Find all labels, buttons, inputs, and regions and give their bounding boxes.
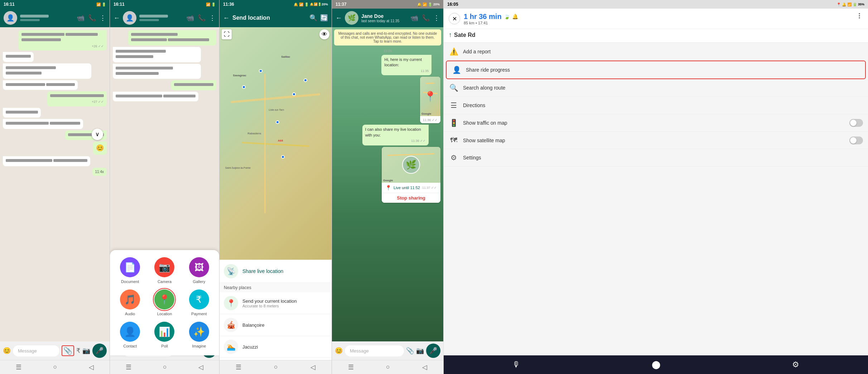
time-4: 11:37 <box>336 2 347 7</box>
attach-poll[interactable]: 📊 Poll <box>150 322 179 348</box>
map-message[interactable]: 📍 Google 11:36 ✓✓ <box>420 77 440 123</box>
header-icons-1[interactable]: 📹 📞 ⋮ <box>77 14 106 22</box>
google-assistant-icon[interactable]: 🎙 <box>512 360 520 369</box>
nav-menu-icon-4[interactable]: ☰ <box>348 363 354 371</box>
nav-back-icon-4[interactable]: ◁ <box>422 363 427 371</box>
msg-meta-2: +27 ✓✓ <box>50 100 104 104</box>
map-road-label: A68 <box>278 139 283 142</box>
svg-point-0 <box>859 13 860 14</box>
traffic-toggle[interactable] <box>849 119 863 127</box>
status-bar-2: 16:11 📶🔋 <box>110 0 219 9</box>
emoji-icon-4[interactable]: 😊 <box>335 347 343 355</box>
attach-imagine[interactable]: ✨ Imagine <box>185 322 213 348</box>
panel-whatsapp-attachment: 16:11 📶🔋 ← 👤 📹 📞 ⋮ <box>110 0 219 374</box>
msg-text-2: I can also share my live location with y… <box>365 127 421 137</box>
nav-back-icon[interactable]: ◁ <box>89 363 94 371</box>
search-icon-3[interactable]: 🔍 <box>309 14 317 22</box>
status-icons-1: 📶🔋 <box>96 3 106 6</box>
video-icon[interactable]: 📹 <box>77 14 85 22</box>
share-live-location-btn[interactable]: 📡 Share live location <box>220 260 332 283</box>
header-icons-2[interactable]: 📹 📞 ⋮ <box>186 14 216 22</box>
scroll-down-btn[interactable]: ∨ <box>92 129 103 140</box>
fullscreen-icon[interactable]: ⛶ <box>222 29 232 39</box>
panel-google-maps: 16:05 📍🔔📶🔋35% ✕ 1 hr 36 min 🍃 🔔 85 km • … <box>443 0 868 374</box>
nav-item-search-route[interactable]: 🔍 Search along route <box>444 79 868 97</box>
mic-btn-1[interactable]: 🎤 <box>92 344 107 358</box>
message-input-4[interactable]: Message <box>345 345 404 356</box>
attach-gallery[interactable]: 🖼 Gallery <box>185 257 213 284</box>
header-icons-4[interactable]: 📹 📞 ⋮ <box>410 14 440 22</box>
nav-menu-icon[interactable]: ☰ <box>16 363 21 371</box>
refresh-icon[interactable]: 🔄 <box>320 14 328 22</box>
back-icon-4[interactable]: ← <box>336 14 342 22</box>
nav-menu-icon-2[interactable]: ☰ <box>126 363 131 371</box>
nav-gear-icon[interactable]: ⚙ <box>792 360 799 369</box>
nav-item-share-ride[interactable]: 👤 Share ride progress <box>446 61 866 79</box>
attach-btn-1[interactable]: 📎 <box>62 345 74 356</box>
live-location-message[interactable]: 🌿 Google 📍 Live until 11:52 11:37 ✓✓ Sto… <box>382 147 440 203</box>
nav-item-directions[interactable]: ☰ Directions <box>444 97 868 114</box>
place-item-2[interactable]: 🏊 Jacuzzi <box>220 336 332 358</box>
nav-item-satellite[interactable]: 🗺 Show satellite map <box>444 132 868 149</box>
place-info-2: Jacuzzi <box>242 344 258 350</box>
msg-meta-4-1: 11:35 <box>384 69 429 73</box>
nav-close-btn[interactable]: ✕ <box>449 13 460 24</box>
back-icon-3[interactable]: ← <box>223 14 230 22</box>
camera-icon-1[interactable]: 📷 <box>82 347 90 355</box>
nav-back-icon-3[interactable]: ◁ <box>310 363 315 371</box>
nav-item-traffic[interactable]: 🚦 Show traffic on map <box>444 114 868 132</box>
nav-back-icon-2[interactable]: ◁ <box>198 363 203 371</box>
emoji-icon-1[interactable]: 😊 <box>3 347 11 355</box>
msg-in-5 <box>3 119 83 129</box>
map-view[interactable]: Savagnac Saillac Rabastens Lisle-sur-Tar… <box>220 27 332 260</box>
camera-icon-4[interactable]: 📷 <box>416 347 424 355</box>
nav-settings-icon[interactable] <box>856 12 863 21</box>
nav-home-icon-3[interactable]: ○ <box>274 363 278 371</box>
nav-menu-icon-3[interactable]: ☰ <box>236 363 241 371</box>
current-location-item[interactable]: 📍 Send your current location Accurate to… <box>220 292 332 314</box>
message-input-1[interactable]: Message <box>13 345 59 356</box>
nav-item-report[interactable]: ⚠️ Add a report <box>444 43 868 61</box>
msg-out-4-2: I can also share my live location with y… <box>362 125 429 145</box>
attach-document[interactable]: 📄 Document <box>116 257 144 284</box>
attach-camera[interactable]: 📷 Camera <box>150 257 179 284</box>
gallery-icon: 🖼 <box>189 257 209 277</box>
nav-home-icon[interactable]: ○ <box>53 363 57 371</box>
nav-home-icon-2[interactable]: ○ <box>163 363 167 371</box>
phone-icon-2[interactable]: 📞 <box>198 14 206 22</box>
map-label-2: Saillac <box>281 55 290 58</box>
map-dot-2 <box>259 69 262 73</box>
nav-home-icon-4[interactable]: ○ <box>386 363 390 371</box>
place-name-2: Jacuzzi <box>242 344 258 350</box>
share-live-label: Share live location <box>242 268 283 274</box>
video-icon-4[interactable]: 📹 <box>410 14 418 22</box>
nav-camera-circle[interactable]: ⬤ <box>652 360 661 369</box>
attach-icon-4[interactable]: 📎 <box>406 347 414 355</box>
video-icon-2[interactable]: 📹 <box>186 14 194 22</box>
time-2: 16:11 <box>114 2 125 7</box>
eye-icon[interactable]: 👁 <box>319 29 329 39</box>
attach-contact[interactable]: 👤 Contact <box>116 322 144 348</box>
attach-audio[interactable]: 🎵 Audio <box>116 289 144 316</box>
nav-road-name-bar: ↑ Sate Rd <box>444 29 868 43</box>
more-icon[interactable]: ⋮ <box>100 14 106 22</box>
traffic-toggle-knob <box>850 120 857 126</box>
more-icon-4[interactable]: ⋮ <box>433 14 440 22</box>
phone-icon[interactable]: 📞 <box>88 14 96 22</box>
more-icon-2[interactable]: ⋮ <box>209 14 216 22</box>
attach-payment[interactable]: ₹ Payment <box>185 289 213 316</box>
back-icon-2[interactable]: ← <box>114 14 120 22</box>
nav-item-settings[interactable]: ⚙ Settings <box>444 149 868 167</box>
attach-document-label: Document <box>121 279 139 284</box>
nav-eco-icon: 🍃 <box>504 14 510 19</box>
rupee-icon-1[interactable]: ₹ <box>76 347 80 355</box>
attach-location[interactable]: 📍 Location <box>150 289 179 316</box>
satellite-toggle[interactable] <box>849 136 863 144</box>
phone-icon-4[interactable]: 📞 <box>422 14 430 22</box>
map-label-4: Lisle-sur-Tarn <box>269 109 284 111</box>
mic-btn-4[interactable]: 🎤 <box>426 344 440 358</box>
place-item-1[interactable]: 🎪 Balançoire <box>220 314 332 336</box>
status-icons-3: 🔔📶🔋🔔📶🔋20% <box>294 3 328 6</box>
msg-in-2 <box>3 63 91 79</box>
stop-sharing-btn[interactable]: Stop sharing <box>382 193 440 203</box>
